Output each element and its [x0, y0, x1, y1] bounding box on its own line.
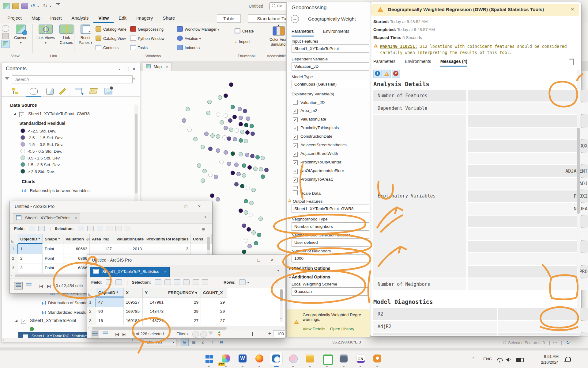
first-record-icon[interactable]: |◀ [115, 332, 119, 336]
explanatory-checkbox-valuationdate[interactable]: ✓ValuationDate [293, 117, 326, 122]
sort-arrows-icon[interactable] [218, 331, 221, 336]
zoom-in-icon[interactable]: + [268, 331, 271, 336]
table-cell[interactable]: 29 [166, 307, 201, 316]
row-number[interactable]: 3 [10, 263, 18, 273]
wifi-icon[interactable] [497, 358, 503, 362]
create-thumbnail-button[interactable]: Create [235, 28, 254, 36]
window-titlebar[interactable]: Untitled - ArcGIS Pro □ × [10, 201, 212, 212]
new-project-icon[interactable] [3, 3, 10, 9]
table-cell[interactable]: 6866 [63, 254, 90, 263]
form-view-toggle-icon[interactable] [101, 331, 110, 338]
output-features-field[interactable]: Sheet1_XYTableToPoint_GWR8 [292, 205, 369, 213]
tab-messages[interactable]: Messages (4) [440, 59, 467, 67]
tab-environments[interactable]: Environments [323, 29, 349, 36]
redo-dropdown-icon[interactable]: ▾ [50, 5, 51, 8]
checkbox[interactable]: ✓ [293, 178, 298, 182]
undo-dropdown-icon[interactable]: ▾ [37, 5, 39, 8]
clear-selection-icon[interactable] [183, 279, 190, 285]
reset-panes-button[interactable]: ↻ Reset Panes ▾ [77, 25, 94, 45]
table-cell[interactable]: 16 [96, 316, 124, 325]
filter-funnel-icon[interactable] [5, 77, 9, 80]
taskbar-word-icon[interactable]: W [236, 352, 249, 365]
measure-tool-icon[interactable]: ∠ [199, 339, 207, 346]
next-record-icon[interactable]: ▶| [123, 332, 126, 336]
table-cell[interactable]: 47 [96, 297, 124, 307]
layer-gwr-row[interactable]: ✓ Sheet1_XYTableToPoint_GWR8 [13, 111, 90, 117]
taskbar-firefox-icon[interactable] [253, 352, 266, 365]
switch-selection-icon[interactable] [97, 226, 103, 231]
table-cell[interactable]: 147981 [143, 297, 166, 307]
explanatory-checkbox-adjacentstreetwidth[interactable]: ✓AdjacentStreetWidth [293, 151, 338, 157]
selection-tab-icon[interactable] [46, 88, 54, 95]
next-record-icon[interactable]: ▶| [47, 284, 51, 288]
filter-info-button[interactable]: i [373, 70, 382, 78]
close-icon[interactable]: × [197, 204, 202, 209]
attribute-filter-icon[interactable] [208, 332, 213, 335]
dependent-variable-field[interactable]: Valuation_JD [292, 62, 369, 71]
refresh-icon[interactable]: ↻ [566, 340, 570, 345]
tab-environments[interactable]: Environments [405, 59, 431, 66]
select-by-attributes-icon[interactable] [155, 279, 161, 285]
window-titlebar[interactable]: Untitled - ArcGIS Pro □ × [87, 255, 285, 265]
menu-icon[interactable]: ≡ [202, 227, 205, 232]
row-number[interactable]: 3 [87, 316, 96, 325]
grid-tool-icon[interactable]: ▦ [190, 339, 198, 346]
workflow-manager-button[interactable]: Workflow Manager ▾ [177, 26, 219, 34]
layer-gwr-checkbox[interactable]: ✓ [19, 112, 24, 117]
local-weighting-field[interactable]: Gaussian [292, 287, 369, 296]
checkbox[interactable]: ✓ [293, 160, 298, 165]
geoprocessing-button[interactable]: Geoprocessing [130, 26, 164, 34]
checkbox[interactable]: ✓ [293, 169, 298, 174]
map-tab[interactable]: Map × [143, 62, 172, 71]
row-number[interactable]: 1 [87, 297, 96, 307]
contents-search-input[interactable]: Search [12, 75, 133, 83]
table-cell[interactable]: 27 [201, 316, 227, 325]
back-button[interactable]: ← [291, 15, 299, 23]
table-cell[interactable]: 169188 [124, 316, 143, 325]
table-cell[interactable]: 3 [18, 263, 43, 273]
delete-selection-icon[interactable] [115, 226, 122, 231]
ribbon-tab-map[interactable]: Map [27, 13, 45, 22]
link-cursors-button[interactable]: Link Cursors [56, 25, 77, 45]
taskbar-arcgis-icon[interactable] [270, 352, 282, 365]
save-project-icon[interactable] [21, 3, 28, 9]
explanatory-checkbox-proximitytocitycenter[interactable]: ✓ProximityToCityCenter [293, 160, 341, 165]
taskbar-start-icon[interactable] [203, 352, 215, 365]
tab-parameters[interactable]: Parameters [292, 29, 314, 36]
open-project-icon[interactable] [12, 3, 19, 9]
taskbar-explorer-icon[interactable] [304, 352, 316, 365]
table-view-toggle-icon[interactable] [91, 331, 99, 338]
first-record-icon[interactable]: |◀ [39, 284, 43, 288]
results-vscrollbar[interactable] [577, 70, 580, 334]
table-row[interactable]: 3161691881487272727 [87, 316, 285, 325]
table-row[interactable]: 11Point6866312720133 [10, 244, 212, 254]
pin-icon[interactable] [126, 67, 129, 71]
locate-icon[interactable] [2, 33, 9, 39]
ribbon-tab-project[interactable]: Project [2, 13, 27, 22]
vertical-scrollbar[interactable]: ▾ [280, 289, 283, 322]
copy-selection-icon[interactable] [125, 226, 131, 231]
view-details-link[interactable]: View Details [303, 327, 325, 331]
tasks-button[interactable]: Tasks [130, 45, 148, 52]
layout-grid-tool-icon[interactable]: ⊞ [181, 339, 189, 346]
language-indicator[interactable]: ENG [483, 357, 492, 361]
python-window-button[interactable]: Python Window [130, 36, 164, 43]
explanatory-checkbox-valuation_jd[interactable]: Valuation_JD [293, 100, 325, 105]
tab-table[interactable]: Table [217, 14, 241, 23]
select-by-attributes-icon[interactable] [78, 226, 84, 231]
table-cell[interactable]: 127 [90, 244, 114, 254]
document-tab[interactable]: Sheet1_XYTableToPoint × [13, 213, 80, 223]
calculate-field-icon[interactable] [38, 226, 45, 231]
column-header-objectid-[interactable]: ObjectID * [18, 234, 43, 244]
notifications-bell-icon[interactable] [565, 357, 571, 362]
maximize-icon[interactable]: □ [183, 204, 189, 209]
contents-search-chevron-icon[interactable]: ▾ [133, 77, 135, 81]
north-arrow-icon[interactable]: N [217, 339, 225, 346]
copy-messages-icon[interactable] [569, 59, 574, 65]
taskbar-sync-icon[interactable] [321, 352, 333, 365]
redo-icon[interactable]: ↻ [43, 2, 47, 9]
column-header-area-m2[interactable]: Area_m2 [90, 234, 114, 244]
undo-icon[interactable]: ↺ [31, 2, 35, 9]
ribbon-tab-analysis[interactable]: Analysis [66, 13, 93, 22]
table-cell[interactable]: 29 [201, 297, 227, 307]
